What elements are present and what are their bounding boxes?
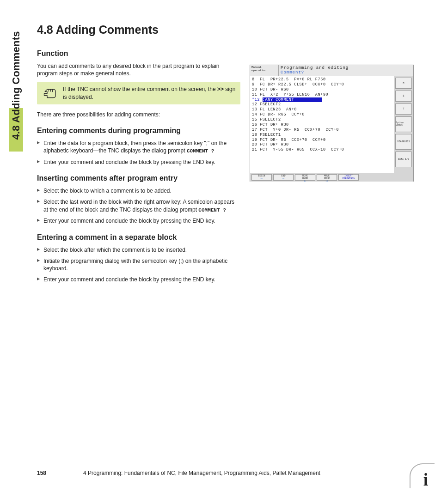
callout-symbol: >> bbox=[217, 86, 224, 92]
screenshot-side-button: M bbox=[395, 78, 412, 89]
step-item: Select the block to which a comment is t… bbox=[37, 187, 240, 194]
screenshot-side-button: T bbox=[395, 103, 412, 115]
steps-during: Enter the data for a program block, then… bbox=[37, 140, 240, 166]
screenshot-side-button: DIAGNOSIS bbox=[395, 134, 412, 150]
screenshot-softkey: BEGIN⇐ bbox=[251, 174, 272, 181]
footer-text: 4 Programming: Fundamentals of NC, File … bbox=[83, 470, 407, 476]
step-item: Enter the data for a program block, then… bbox=[37, 140, 240, 155]
heading-function: Function bbox=[37, 49, 240, 58]
screenshot-title-1: Programming and editing bbox=[281, 66, 411, 70]
step-item: Select the last word in the block with t… bbox=[37, 198, 240, 213]
screenshot-code-area: 8 FL PR+22.5 PA+0 RL F750 9 FC DR+ R22.5… bbox=[250, 76, 394, 173]
info-callout: If the TNC cannot show the entire commen… bbox=[37, 82, 240, 104]
step-item: Initiate the programming dialog with the… bbox=[37, 257, 240, 272]
hand-point-icon bbox=[42, 86, 57, 101]
callout-before: If the TNC cannot show the entire commen… bbox=[63, 86, 217, 92]
step-item: Enter your comment and conclude the bloc… bbox=[37, 276, 240, 283]
screenshot-side-button: Python Demos bbox=[395, 116, 412, 132]
screenshot-body: 8 FL PR+22.5 PA+0 RL F750 9 FC DR+ R22.5… bbox=[250, 76, 413, 173]
info-glyph: i bbox=[423, 471, 429, 488]
screenshot-softkey: MOVE WORD⇐ bbox=[295, 174, 315, 181]
screenshot-header: Manual operation Programming and editing… bbox=[250, 65, 413, 76]
step-item: Enter your comment and conclude the bloc… bbox=[37, 158, 240, 166]
tnc-screenshot: Manual operation Programming and editing… bbox=[250, 65, 414, 182]
callout-text: If the TNC cannot show the entire commen… bbox=[63, 85, 236, 100]
screenshot-softkey: INSERT OVERWRITE bbox=[338, 174, 359, 181]
side-tab-label: 4.8 Adding Comments bbox=[10, 31, 22, 140]
step-item: Enter your comment and conclude the bloc… bbox=[37, 217, 240, 225]
screenshot-side-button: S bbox=[395, 91, 412, 102]
page-number: 158 bbox=[37, 470, 46, 476]
screenshot-softkey-row: BEGIN⇐END⇒MOVE WORD⇐MOVE WORD⇒INSERT OVE… bbox=[250, 173, 413, 182]
screenshot-title-block: Programming and editing Comment? bbox=[279, 65, 413, 76]
info-corner-icon: i bbox=[410, 463, 435, 488]
three-possibilities-paragraph: There are three possibilities for adding… bbox=[37, 111, 240, 118]
screenshot-side-button: Info 1/3 bbox=[395, 152, 412, 167]
screenshot-title-2: Comment? bbox=[281, 70, 411, 75]
heading-during: Entering comments during programming bbox=[37, 127, 240, 135]
intro-paragraph: You can add comments to any desired bloc… bbox=[37, 62, 240, 77]
screenshot-sidebar: MSTPython DemosDIAGNOSISInfo 1/3 bbox=[394, 76, 413, 173]
steps-separate: Select the block after which the comment… bbox=[37, 246, 240, 284]
screenshot-softkey: END⇒ bbox=[273, 174, 294, 181]
page-title: 4.8 Adding Comments bbox=[37, 23, 240, 36]
heading-separate: Entering a comment in a separate block bbox=[37, 233, 240, 242]
heading-after: Inserting comments after program entry bbox=[37, 174, 240, 182]
screenshot-softkey: MOVE WORD⇒ bbox=[317, 174, 337, 181]
main-column: 4.8 Adding Comments Function You can add… bbox=[37, 23, 240, 287]
step-item: Select the block after which the comment… bbox=[37, 246, 240, 254]
side-tab: 4.8 Adding Comments bbox=[9, 19, 23, 152]
steps-after: Select the block to which a comment is t… bbox=[37, 187, 240, 225]
screenshot-mode-label: Manual operation bbox=[250, 65, 279, 76]
page-footer: 158 4 Programming: Fundamentals of NC, F… bbox=[37, 470, 407, 476]
